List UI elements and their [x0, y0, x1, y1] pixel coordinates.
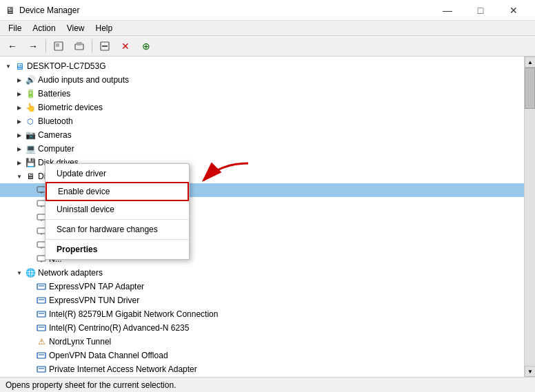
context-menu-label-uninstall: Uninstall device — [57, 205, 114, 214]
tree-item-network[interactable]: ▼ 🌐 Network adapters — [0, 266, 524, 280]
batteries-icon: 🔋 — [25, 88, 36, 99]
tree-label-net3: Intel(R) 82579LM Gigabit Network Connect… — [49, 309, 218, 319]
tree-item-computer[interactable]: ▶ 💻 Computer — [0, 142, 524, 156]
status-bar: Opens property sheet for the current sel… — [0, 377, 535, 392]
forward-button[interactable]: → — [23, 38, 43, 54]
menu-view[interactable]: View — [61, 22, 90, 34]
minimize-button[interactable]: — — [432, 0, 463, 21]
tree-item-bluetooth[interactable]: ▶ ⬡ Bluetooth — [0, 114, 524, 128]
net7-icon — [36, 364, 47, 375]
computer-icon: 🖥 — [14, 61, 25, 72]
svg-rect-21 — [37, 298, 46, 303]
menu-action[interactable]: Action — [27, 22, 61, 34]
tree-label-computer: Computer — [38, 144, 74, 154]
svg-rect-3 — [77, 42, 82, 45]
maximize-button[interactable]: □ — [465, 0, 496, 21]
properties-button[interactable] — [49, 38, 68, 54]
tree-item-net6[interactable]: OpenVPN Data Channel Offload — [0, 349, 524, 362]
context-menu-item-properties[interactable]: Properties — [46, 241, 189, 258]
svg-rect-1 — [56, 43, 59, 47]
tree-item-cameras[interactable]: ▶ 📷 Cameras — [0, 128, 524, 142]
net3-icon — [36, 309, 47, 320]
menu-help[interactable]: Help — [90, 22, 119, 34]
app-icon: 🖥 — [6, 5, 15, 16]
tree-label-bluetooth: Bluetooth — [38, 116, 73, 126]
tree-root-label: DESKTOP-LC7D53G — [27, 61, 106, 71]
expand-icon-audio: ▶ — [14, 74, 25, 85]
svg-rect-29 — [37, 367, 46, 372]
context-menu-label-properties: Properties — [57, 245, 97, 254]
context-menu-item-uninstall[interactable]: Uninstall device — [46, 201, 189, 218]
scrollbar[interactable]: ▲ ▼ — [524, 56, 535, 377]
context-menu-label-scan: Scan for hardware changes — [57, 225, 158, 234]
tree-label-net6: OpenVPN Data Channel Offload — [49, 351, 168, 360]
svg-rect-25 — [37, 325, 46, 331]
tree-item-net7[interactable]: Private Internet Access Network Adapter — [0, 362, 524, 376]
toolbar-separator-2 — [92, 39, 92, 53]
tree-label-batteries: Batteries — [38, 89, 70, 99]
tree-item-audio[interactable]: ▶ 🔊 Audio inputs and outputs — [0, 73, 524, 87]
context-menu-item-enable-device[interactable]: Enable device — [46, 182, 189, 201]
title-bar-left: 🖥 Device Manager — [6, 5, 79, 16]
tree-item-batteries[interactable]: ▶ 🔋 Batteries — [0, 87, 524, 101]
expand-icon-network: ▼ — [14, 267, 25, 278]
tree-label-net1: ExpressVPN TAP Adapter — [49, 282, 144, 291]
expand-icon-net4 — [25, 322, 36, 333]
tree-label-net4: Intel(R) Centrino(R) Advanced-N 6235 — [49, 323, 189, 333]
scroll-up-button[interactable]: ▲ — [525, 56, 535, 68]
expand-icon-display: ▼ — [14, 171, 25, 182]
tree-root[interactable]: ▼ 🖥 DESKTOP-LC7D53G — [0, 59, 524, 73]
tree-label-biometric: Biometric devices — [38, 103, 103, 112]
svg-rect-23 — [37, 311, 46, 317]
window-title: Device Manager — [19, 6, 79, 15]
expand-icon-dc2 — [25, 198, 36, 209]
tree-label-net7: Private Internet Access Network Adapter — [49, 364, 197, 374]
main-area: ▼ 🖥 DESKTOP-LC7D53G ▶ 🔊 Audio inputs and… — [0, 56, 535, 377]
update-driver-button[interactable] — [70, 38, 89, 54]
tree-label-network: Network adapters — [38, 268, 103, 278]
expand-icon-cameras: ▶ — [14, 130, 25, 141]
bluetooth-icon: ⬡ — [25, 116, 36, 127]
tree-label-cameras: Cameras — [38, 130, 72, 140]
scrollbar-track-area — [525, 68, 535, 366]
context-menu-item-scan[interactable]: Scan for hardware changes — [46, 221, 189, 238]
tree-item-net3[interactable]: Intel(R) 82579LM Gigabit Network Connect… — [0, 307, 524, 321]
menu-file[interactable]: File — [3, 22, 27, 34]
menu-bar: File Action View Help — [0, 21, 535, 36]
tree-item-net5[interactable]: ⚠ NordLynx Tunnel — [0, 335, 524, 349]
tree-item-biometric[interactable]: ▶ 👆 Biometric devices — [0, 101, 524, 114]
tree-label-net5: NordLynx Tunnel — [49, 337, 111, 347]
tree-item-net1[interactable]: ExpressVPN TAP Adapter — [0, 280, 524, 293]
expand-icon-net7 — [25, 364, 36, 375]
scan-button[interactable]: ⊕ — [137, 38, 156, 54]
expand-icon-net6 — [25, 350, 36, 361]
tree-item-net4[interactable]: Intel(R) Centrino(R) Advanced-N 6235 — [0, 321, 524, 335]
cameras-icon: 📷 — [25, 130, 36, 141]
scrollbar-thumb[interactable] — [525, 68, 535, 109]
disable-button[interactable] — [95, 38, 114, 54]
context-menu-separator-2 — [46, 239, 189, 240]
audio-icon: 🔊 — [25, 74, 36, 85]
close-button[interactable]: ✕ — [498, 0, 529, 21]
expand-icon-biometric: ▶ — [14, 102, 25, 113]
status-text: Opens property sheet for the current sel… — [6, 380, 176, 390]
disk-icon: 💾 — [25, 157, 36, 168]
tree-item-net8[interactable]: TAP-NordVPN Windows Adapter V9 — [0, 376, 524, 377]
biometric-icon: 👆 — [25, 102, 36, 113]
scroll-down-button[interactable]: ▼ — [525, 366, 535, 377]
expand-icon-net1 — [25, 281, 36, 292]
context-menu-item-update-driver[interactable]: Update driver — [46, 165, 189, 182]
tree-item-net2[interactable]: ExpressVPN TUN Driver — [0, 293, 524, 307]
title-bar-controls: — □ ✕ — [432, 0, 529, 21]
computer-icon2: 💻 — [25, 143, 36, 154]
context-menu: Update driver Enable device Uninstall de… — [45, 163, 190, 260]
context-menu-label-enable-device: Enable device — [58, 187, 110, 196]
expand-icon-dc6 — [25, 254, 36, 265]
expand-icon-root: ▼ — [3, 61, 14, 72]
expand-icon-bluetooth: ▶ — [14, 116, 25, 127]
uninstall-button[interactable]: ✕ — [116, 38, 135, 54]
net5-icon: ⚠ — [36, 336, 47, 347]
net1-icon — [36, 281, 47, 292]
title-bar: 🖥 Device Manager — □ ✕ — [0, 0, 535, 21]
back-button[interactable]: ← — [3, 38, 22, 54]
